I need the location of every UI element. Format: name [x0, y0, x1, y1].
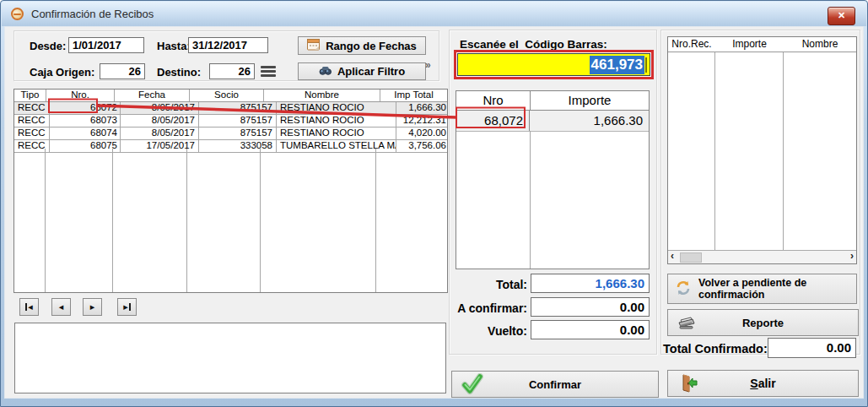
a-confirmar-label: A confirmar: [427, 301, 527, 315]
total-field[interactable]: 1,666.30 [531, 274, 650, 293]
table-row[interactable]: RECC680728/05/2017875157RESTIANO ROCIO1,… [14, 102, 447, 115]
message-textarea[interactable] [14, 323, 446, 393]
destino-label: Destino: [157, 66, 201, 79]
vuelto-field[interactable]: 0.00 [531, 320, 650, 339]
receipts-table-body: RECC680728/05/2017875157RESTIANO ROCIO1,… [14, 102, 447, 153]
next-record-button[interactable]: ▸ [83, 298, 102, 316]
col-importe: Importe [531, 91, 649, 110]
pending-table[interactable]: Nro.Rec. Importe Nombre ‹ › [667, 36, 857, 264]
dialog-content: Desde: 1/01/2017 Hasta: 31/12/2017 Rango… [4, 26, 864, 399]
destino-input[interactable]: 26 [209, 63, 255, 79]
table-cell: 1,666.30 [396, 102, 447, 114]
exit-door-icon [678, 372, 700, 397]
col-nro-rec[interactable]: Nro.Rec. [668, 37, 715, 52]
focus-marker-icon: » [425, 59, 431, 71]
col-nro[interactable]: Nro. [46, 90, 115, 101]
scroll-left-arrow-icon[interactable]: ‹ [671, 251, 674, 262]
last-record-button[interactable]: ▸ [117, 298, 137, 316]
hasta-label: Hasta: [157, 40, 191, 52]
col-socio[interactable]: Socio [190, 90, 264, 101]
item-nro: 68,072 [456, 111, 530, 131]
table-cell: 68073 [50, 115, 121, 127]
table-cell: RECC [14, 102, 50, 114]
triangle-left-icon: ◂ [59, 301, 64, 312]
barcode-selected-text: 461,973 [590, 56, 644, 74]
triangle-left-icon: ◂ [28, 301, 33, 312]
barcode-input[interactable]: 461,973 [457, 53, 650, 76]
confirm-items-header: Nro Importe [456, 91, 649, 111]
table-cell: RECC [14, 115, 50, 127]
col-nro: Nro [456, 91, 531, 110]
table-cell: RESTIANO ROCIO [277, 115, 396, 127]
last-icon [129, 303, 131, 311]
caja-origen-input[interactable]: 26 [100, 63, 145, 79]
horizontal-scrollbar[interactable]: ‹ › [668, 250, 856, 263]
triangle-right-icon: ▸ [123, 301, 128, 312]
reporte-button[interactable]: Reporte [667, 309, 859, 336]
pending-table-header: Nro.Rec. Importe Nombre [668, 37, 856, 52]
refresh-icon [675, 279, 692, 299]
total-label: Total: [427, 278, 527, 291]
gridline [45, 149, 46, 292]
app-window: Confirmación de Recibos ✕ Desde: 1/01/20… [0, 0, 868, 407]
vuelto-label: Vuelto: [427, 324, 527, 338]
reporte-label: Reporte [742, 317, 784, 329]
table-row[interactable]: RECC680738/05/2017875157RESTIANO ROCIO12… [14, 115, 447, 128]
barcode-annotation-box: 461,973 [454, 50, 654, 79]
desde-input[interactable]: 1/01/2017 [68, 37, 144, 53]
receipts-table[interactable]: Tipo Nro. Fecha Socio Nombre Imp Total R… [13, 89, 448, 293]
prev-record-button[interactable]: ◂ [51, 298, 71, 316]
table-row[interactable]: RECC680748/05/2017875157RESTIANO ROCIO4,… [14, 128, 447, 140]
table-cell: 875157 [199, 128, 277, 139]
a-confirmar-field[interactable]: 0.00 [531, 297, 650, 317]
table-cell: 68074 [50, 128, 121, 139]
rango-de-fechas-button[interactable]: Rango de Fechas [298, 36, 426, 55]
gridline [375, 149, 376, 292]
total-confirmado-field[interactable]: 0.00 [768, 338, 856, 358]
table-cell: 875157 [199, 115, 277, 127]
col-imp-total[interactable]: Imp Total [380, 90, 447, 101]
calendar-icon [307, 38, 320, 53]
scrollbar-thumb[interactable] [680, 252, 702, 263]
app-icon [11, 8, 24, 20]
table-cell: 4,020.00 [396, 128, 447, 139]
volver-a-pendiente-button[interactable]: Volver a pendiente deconfirmación [667, 274, 857, 304]
col-fecha[interactable]: Fecha [115, 90, 190, 101]
gridline [783, 52, 784, 250]
caja-origen-label: Caja Origen: [30, 66, 94, 79]
volver-label: Volver a pendiente deconfirmación [698, 277, 806, 301]
table-cell: 875157 [199, 102, 277, 114]
close-button[interactable]: ✕ [828, 7, 855, 25]
col-nombre[interactable]: Nombre [784, 37, 856, 52]
aplicar-filtro-button[interactable]: Aplicar Filtro [298, 62, 426, 80]
green-check-icon [461, 373, 483, 399]
confirm-item-row[interactable]: 68,072 1,666.30 [456, 111, 649, 132]
salir-button[interactable]: Salir [667, 370, 859, 397]
table-cell: 8/05/2017 [121, 115, 199, 127]
table-cell: 12,212.31 [396, 115, 447, 127]
scroll-right-arrow-icon[interactable]: › [850, 251, 854, 262]
col-tipo[interactable]: Tipo [14, 90, 46, 101]
printer-icon [677, 312, 697, 334]
salir-label: Salir [750, 377, 775, 390]
first-record-button[interactable]: ◂ [19, 298, 39, 316]
desde-label: Desde: [30, 40, 66, 52]
confirm-items-table[interactable]: Nro Importe 68,072 1,666.30 [456, 90, 650, 269]
menu-icon[interactable] [261, 65, 276, 78]
table-cell: RESTIANO ROCIO [277, 102, 396, 114]
col-nombre[interactable]: Nombre [264, 90, 380, 101]
filter-icon [319, 65, 332, 79]
gridline [112, 149, 113, 292]
confirmar-button[interactable]: Confirmar [451, 371, 659, 398]
pending-table-body [668, 52, 856, 250]
filter-groupbox: Desde: 1/01/2017 Hasta: 31/12/2017 Rango… [13, 30, 439, 81]
triangle-right-icon: ▸ [90, 301, 95, 312]
receipts-table-header: Tipo Nro. Fecha Socio Nombre Imp Total [14, 90, 447, 102]
col-importe[interactable]: Importe [715, 37, 784, 52]
text-caret [645, 57, 647, 73]
gridline [530, 131, 531, 269]
receipts-table-empty-grid [14, 149, 447, 292]
total-confirmado-label: Total Confirmado: [663, 342, 768, 355]
hasta-input[interactable]: 31/12/2017 [188, 37, 268, 53]
item-importe: 1,666.30 [530, 111, 649, 131]
